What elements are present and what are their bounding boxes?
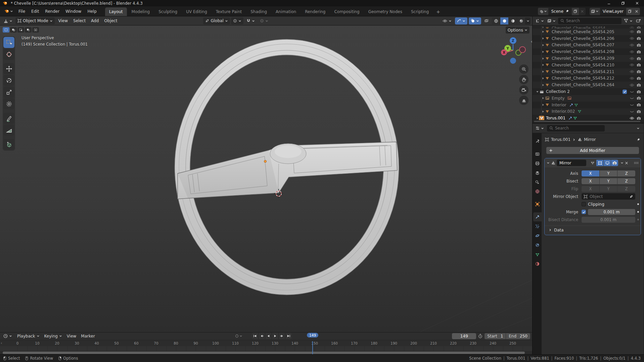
axis-y-button[interactable]: Y — [600, 170, 617, 176]
shading-solid-button[interactable] — [500, 17, 508, 24]
eye-dim-icon[interactable] — [630, 63, 634, 67]
camera-visibility-icon[interactable] — [637, 110, 641, 113]
scene-unlink-button[interactable] — [579, 8, 586, 15]
menu-edit[interactable]: Edit — [28, 7, 42, 15]
properties-tab-object[interactable] — [533, 200, 542, 209]
tool-transform-button[interactable] — [3, 98, 14, 109]
tool-select-box-button[interactable] — [3, 37, 14, 48]
outliner-row[interactable]: Chevrolet_Chevelle_SS454.212 — [533, 75, 644, 82]
outliner-row[interactable]: Chevrolet_Chevelle_SS454.210 — [533, 62, 644, 68]
start-frame-field[interactable]: Start1 — [485, 333, 506, 339]
outliner-search-input[interactable]: Search — [558, 18, 622, 24]
outliner-item-label[interactable]: Chevrolet_Chevelle_SS454.209 — [552, 56, 614, 61]
eye-closed-icon[interactable] — [630, 103, 634, 107]
eye-dim-icon[interactable] — [630, 43, 634, 47]
modifier-toggle-vertex-group[interactable] — [589, 160, 596, 166]
eye-closed-icon[interactable] — [630, 110, 634, 113]
camera-visibility-icon[interactable] — [637, 63, 641, 67]
eye-dim-icon[interactable] — [630, 57, 634, 60]
disclosure-right-icon[interactable] — [542, 50, 545, 53]
outliner-filter-dropdown[interactable] — [623, 17, 634, 24]
clipping-checkbox[interactable] — [582, 202, 586, 206]
prev-keyframe-button[interactable] — [259, 333, 265, 339]
disclosure-right-icon[interactable] — [542, 30, 545, 33]
shading-material-button[interactable] — [509, 17, 517, 24]
blender-app-menu[interactable] — [2, 7, 15, 15]
properties-options-dropdown[interactable] — [637, 127, 640, 130]
show-gizmo-toggle[interactable] — [455, 17, 467, 24]
outliner-row[interactable]: Interior.002 — [533, 108, 644, 115]
tab-layout[interactable]: Layout — [105, 7, 127, 16]
merge-checkbox[interactable] — [582, 210, 586, 214]
outliner-item-label[interactable]: Empty — [552, 96, 565, 101]
timeline-tracks[interactable] — [0, 346, 532, 351]
timeline-menu-keying[interactable]: Keying — [42, 333, 64, 340]
camera-visibility-icon[interactable] — [637, 50, 641, 54]
disclosure-right-icon[interactable] — [542, 37, 545, 40]
xray-toggle[interactable] — [482, 17, 491, 24]
tool-scale-button[interactable] — [3, 87, 14, 98]
tab-shading[interactable]: Shading — [246, 7, 271, 16]
chevron-down-icon[interactable] — [525, 19, 531, 22]
outliner-item-label[interactable]: Chevrolet_Chevelle_SS454 — [552, 26, 605, 29]
auto-keying-toggle[interactable] — [235, 334, 242, 338]
properties-tab-output[interactable] — [533, 159, 542, 168]
properties-tab-physics[interactable] — [533, 231, 542, 240]
viewlayer-remove-button[interactable] — [633, 8, 640, 15]
disclosure-right-icon[interactable] — [542, 77, 545, 80]
outliner-item-label[interactable]: Interior — [552, 103, 566, 107]
viewlayer-new-button[interactable] — [626, 8, 633, 15]
eye-closed-icon[interactable] — [630, 96, 634, 100]
properties-tab-material[interactable] — [533, 259, 542, 268]
scene-browse-button[interactable] — [538, 8, 548, 15]
menu-window[interactable]: Window — [62, 7, 84, 15]
collapse-panel-arrow[interactable] — [547, 161, 550, 164]
outliner-scene-dropdown[interactable] — [546, 17, 557, 24]
properties-tab-constraints[interactable] — [533, 241, 542, 250]
animate-dot[interactable] — [637, 211, 639, 213]
tool-add-cube-button[interactable] — [3, 139, 14, 150]
flip-z-button[interactable]: Z — [617, 186, 635, 192]
nav-toggle-perspective-button[interactable] — [519, 96, 528, 105]
viewport-menu-select[interactable]: Select — [71, 17, 88, 24]
disclosure-right-icon[interactable] — [542, 63, 545, 66]
bisect-distance-field[interactable]: 0.001 m — [582, 217, 635, 223]
disclosure-right-icon[interactable] — [536, 117, 539, 120]
properties-search-input[interactable]: Search — [547, 125, 605, 132]
properties-tab-view-layer[interactable] — [533, 168, 542, 177]
close-button[interactable] — [630, 0, 644, 6]
eye-dim-icon[interactable] — [630, 30, 634, 34]
outliner-row[interactable]: Chevrolet_Chevelle_SS454.264 — [533, 82, 644, 88]
tab-uv-editing[interactable]: UV Editing — [182, 7, 211, 16]
scene-name-field[interactable]: Scene — [548, 8, 572, 15]
tool-annotate-button[interactable] — [3, 113, 14, 124]
camera-visibility-icon[interactable] — [637, 43, 641, 47]
properties-tab-render[interactable] — [533, 149, 542, 158]
eye-dim-icon[interactable] — [630, 26, 634, 29]
timeline-scrollbar[interactable] — [0, 351, 532, 354]
menu-help[interactable]: Help — [84, 7, 99, 15]
pin-icon[interactable] — [637, 138, 640, 142]
drag-handle-icon[interactable] — [634, 161, 639, 164]
outliner-item-label[interactable]: Torus.001 — [546, 116, 565, 120]
outliner-row[interactable]: Chevrolet_Chevelle_SS454.208 — [533, 48, 644, 55]
outliner-row[interactable]: Chevrolet_Chevelle_SS454.207 — [533, 42, 644, 49]
camera-visibility-icon[interactable] — [637, 76, 641, 80]
properties-tab-object-data[interactable] — [533, 250, 542, 259]
data-subpanel-toggle[interactable]: Data — [545, 225, 641, 234]
outliner-row[interactable]: Torus.001 — [533, 115, 644, 120]
add-workspace-button[interactable]: + — [433, 7, 443, 16]
next-keyframe-button[interactable] — [279, 333, 285, 339]
flip-y-button[interactable]: Y — [600, 186, 617, 192]
properties-tab-world[interactable] — [533, 187, 542, 196]
mirror-object-field[interactable]: Object — [582, 193, 635, 200]
eye-dim-icon[interactable] — [630, 50, 634, 54]
eye-dim-icon[interactable] — [630, 83, 634, 87]
jump-start-button[interactable] — [252, 333, 258, 339]
playhead-line[interactable] — [312, 341, 313, 354]
timeline-ruler[interactable]: ‹ 01020304050607080901001101201301401501… — [0, 340, 532, 347]
bisect-x-button[interactable]: X — [582, 178, 599, 184]
viewport-menu-view[interactable]: View — [56, 17, 71, 24]
outliner-item-label[interactable]: Collection 2 — [546, 89, 570, 94]
viewport-canvas[interactable]: User Perspective (149) Scene Collection … — [0, 25, 532, 332]
